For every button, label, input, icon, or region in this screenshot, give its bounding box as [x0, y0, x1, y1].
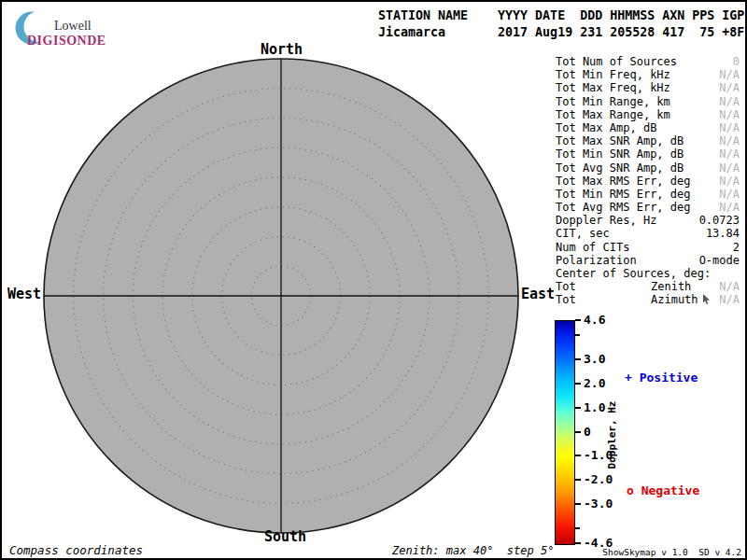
- stats-value: N/A: [719, 175, 740, 188]
- stats-row: Tot Max Amp, dBN/A: [556, 121, 740, 134]
- stats-value: N/A: [719, 68, 740, 81]
- stats-label: CIT, sec: [556, 227, 610, 240]
- lowell-digisonde-logo: Lowell DIGISONDE: [9, 7, 140, 49]
- stats-value: 0: [733, 55, 740, 68]
- stats-label: Tot Min SNR Amp, dB: [556, 147, 684, 161]
- colorbar-tick-label: -3.0: [584, 497, 613, 511]
- colorbar-tick-label: -2.0: [584, 473, 613, 486]
- stats-label: Doppler Res, Hz: [556, 214, 656, 227]
- logo-digisonde-text: DIGISONDE: [27, 34, 106, 49]
- compass-label-west: West: [7, 287, 41, 301]
- stats-row: Tot Min SNR Amp, dBN/A: [556, 147, 740, 161]
- stats-label: Tot: [556, 293, 576, 306]
- mouse-cursor-icon: [702, 294, 711, 308]
- legend-positive: + Positive: [625, 371, 698, 385]
- colorbar-tick-label: 4.6: [584, 314, 605, 327]
- colorbar-major-tick: [575, 407, 581, 409]
- stats-value: N/A: [719, 134, 740, 147]
- stats-row: TotZenithN/A: [556, 280, 740, 293]
- logo-lowell-text: Lowell: [54, 19, 92, 34]
- stats-row: Tot Max SNR Amp, dBN/A: [556, 134, 740, 147]
- colorbar-tick-label: 0: [584, 426, 591, 439]
- stats-label: Tot Max Range, km: [556, 108, 670, 121]
- colorbar-major-tick: [575, 455, 581, 456]
- stats-label: Tot Min Range, km: [556, 95, 670, 108]
- stats-row: Tot Min Freq, kHzN/A: [556, 68, 740, 81]
- stats-value: N/A: [719, 95, 740, 108]
- version-label: ShowSkymap v 1.0 SD v 4.2: [602, 547, 741, 557]
- stats-label: Num of CITs: [556, 241, 629, 254]
- stats-label: Tot Max SNR Amp, dB: [556, 134, 684, 147]
- colorbar-major-tick: [575, 319, 581, 321]
- colorbar-major-tick: [575, 383, 581, 385]
- stats-value: 2: [733, 241, 740, 254]
- stats-row: Doppler Res, Hz0.0723: [556, 214, 740, 227]
- colorbar-axis-label: Doppler, Hz: [606, 401, 618, 469]
- stats-value: 13.84: [706, 227, 740, 240]
- stats-value: N/A: [719, 293, 740, 306]
- stats-value: N/A: [719, 121, 740, 134]
- stats-label: Tot: [556, 280, 576, 293]
- skymap-polar-plot: [38, 53, 524, 539]
- stats-row: Tot Max RMS Err, degN/A: [556, 175, 740, 188]
- stats-row: Tot Avg SNR Amp, dBN/A: [556, 161, 740, 175]
- stats-label: Tot Num of Sources: [556, 55, 677, 68]
- stats-value: N/A: [719, 81, 740, 94]
- stats-value: N/A: [719, 201, 740, 214]
- stats-row: Tot Max Range, kmN/A: [556, 108, 740, 121]
- showskymap-window: Lowell DIGISONDE STATION NAME YYYY DATE …: [0, 0, 747, 560]
- stats-row: Tot Max Freq, kHzN/A: [556, 81, 740, 94]
- colorbar-tick-label: 1.0: [584, 401, 605, 414]
- stats-row: PolarizationO-mode: [556, 254, 740, 267]
- station-header-row: STATION NAME YYYY DATE DDD HHMMSS AXN PP…: [378, 7, 744, 24]
- colorbar-major-tick: [575, 358, 581, 360]
- station-value-row: Jicamarca 2017 Aug19 231 205528 417 75 +…: [378, 24, 744, 41]
- colorbar-tick-label: 2.0: [584, 377, 605, 390]
- compass-label-south: South: [264, 529, 306, 544]
- stats-row: TotAzimuthN/A: [556, 293, 740, 306]
- stats-label: Tot Avg SNR Amp, dB: [556, 161, 684, 175]
- stats-value: N/A: [719, 108, 740, 121]
- compass-label-east: East: [521, 287, 555, 301]
- colorbar-major-tick: [575, 503, 581, 505]
- stats-row: Num of CITs2: [556, 241, 740, 254]
- colorbar-major-tick: [575, 431, 581, 433]
- stats-label: Tot Max Freq, kHz: [556, 81, 670, 94]
- stats-label: Tot Min Freq, kHz: [556, 68, 670, 81]
- colorbar-major-tick: [575, 542, 581, 544]
- stats-row: Tot Avg RMS Err, degN/A: [556, 201, 740, 214]
- doppler-colorbar: [555, 320, 575, 545]
- zenith-range-label: Zenith: max 40° step 5°: [392, 544, 554, 557]
- stats-row: Tot Num of Sources0: [556, 55, 740, 68]
- stats-value: 0.0723: [699, 214, 740, 227]
- colorbar-minor-tick: [575, 334, 580, 336]
- stats-label: Tot Max RMS Err, deg: [556, 175, 691, 188]
- compass-label-north: North: [261, 42, 303, 57]
- stats-row: CIT, sec13.84: [556, 227, 740, 240]
- stats-label: Tot Min RMS Err, deg: [556, 188, 691, 201]
- stats-value: N/A: [719, 280, 740, 293]
- colorbar-major-tick: [575, 479, 581, 481]
- stats-row: Tot Min Range, kmN/A: [556, 95, 740, 108]
- stats-panel: Tot Num of Sources0Tot Min Freq, kHzN/AT…: [556, 55, 740, 307]
- stats-label: Polarization: [556, 254, 637, 267]
- legend-negative: o Negative: [627, 483, 699, 497]
- stats-label: Tot Max Amp, dB: [556, 121, 656, 134]
- stats-label: Tot Avg RMS Err, deg: [556, 201, 691, 214]
- stats-value: O-mode: [699, 254, 740, 267]
- coordinates-mode-label: Compass coordinates: [9, 543, 143, 557]
- stats-mid-label: Azimuth: [651, 293, 698, 306]
- stats-row: Tot Min RMS Err, degN/A: [556, 188, 740, 201]
- stats-label: Center of Sources, deg:: [556, 267, 711, 280]
- colorbar-tick-label: 3.0: [584, 353, 605, 366]
- stats-value: N/A: [719, 147, 740, 161]
- stats-value: N/A: [719, 161, 740, 175]
- colorbar-minor-tick: [575, 527, 580, 529]
- stats-value: N/A: [719, 188, 740, 201]
- stats-row: Center of Sources, deg:: [556, 267, 740, 280]
- stats-mid-label: Zenith: [651, 280, 691, 293]
